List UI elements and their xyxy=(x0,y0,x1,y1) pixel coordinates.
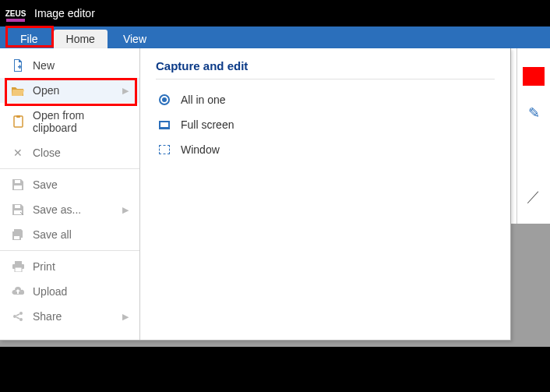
window-icon xyxy=(157,145,171,154)
panel-title: Capture and edit xyxy=(156,59,495,72)
menu-item-close[interactable]: ✕ Close xyxy=(0,140,139,165)
tab-file[interactable]: File xyxy=(8,30,51,48)
menu-item-label: Save all xyxy=(33,228,72,241)
eyedropper-icon[interactable]: ✎ xyxy=(528,104,540,122)
option-all-in-one[interactable]: All in one xyxy=(156,87,495,112)
svg-point-14 xyxy=(19,318,23,321)
save-as-icon xyxy=(11,204,25,215)
clipboard-icon xyxy=(11,115,25,128)
screen-icon xyxy=(157,121,171,129)
color-swatch-red[interactable] xyxy=(523,67,545,86)
menu-item-save-as[interactable]: Save as... ▶ xyxy=(0,197,139,222)
menu-item-new[interactable]: New xyxy=(0,53,139,78)
svg-point-12 xyxy=(19,312,23,315)
menu-item-save[interactable]: Save xyxy=(0,172,139,197)
svg-rect-1 xyxy=(19,65,21,69)
menu-item-label: Open xyxy=(33,84,59,97)
chevron-right-icon: ▶ xyxy=(122,205,129,215)
menu-item-label: New xyxy=(33,59,55,72)
upload-icon xyxy=(11,287,25,296)
letterbox-bottom xyxy=(0,347,550,392)
svg-rect-6 xyxy=(15,205,20,208)
menu-item-open-clipboard[interactable]: Open from clipboard xyxy=(0,103,139,140)
panel-separator xyxy=(156,79,495,79)
folder-open-icon xyxy=(11,86,25,96)
title-bar: ZEUS Image editor xyxy=(0,0,550,26)
menu-item-label: Close xyxy=(33,147,61,159)
svg-rect-9 xyxy=(15,261,22,264)
new-file-icon xyxy=(11,59,25,72)
option-full-screen[interactable]: Full screen xyxy=(156,112,495,137)
menu-item-label: Print xyxy=(33,260,55,273)
line-tool-icon[interactable]: ／ xyxy=(527,187,541,206)
menu-item-label: Save as... xyxy=(33,203,81,216)
chevron-right-icon: ▶ xyxy=(122,312,129,322)
save-all-icon xyxy=(11,229,25,241)
option-label: All in one xyxy=(181,94,226,106)
close-icon: ✕ xyxy=(11,147,25,159)
backstage-panel: New Open ▶ Open from clipboard ✕ Close xyxy=(0,48,511,341)
backstage-content: Capture and edit All in one Full screen … xyxy=(140,48,510,340)
menu-separator xyxy=(0,250,139,251)
svg-rect-3 xyxy=(16,115,20,118)
ribbon-tabs: File Home View xyxy=(0,26,550,48)
menu-item-label: Upload xyxy=(33,285,67,298)
save-icon xyxy=(11,179,25,190)
chevron-right-icon: ▶ xyxy=(122,86,129,96)
menu-item-save-all[interactable]: Save all xyxy=(0,222,139,247)
app-body: ✎ ／ New Open ▶ Open xyxy=(0,48,550,392)
menu-item-label: Open from clipboard xyxy=(33,109,118,134)
svg-rect-4 xyxy=(15,180,20,183)
option-label: Full screen xyxy=(181,118,234,131)
menu-item-label: Share xyxy=(33,310,62,323)
option-label: Window xyxy=(181,143,220,156)
svg-point-13 xyxy=(13,315,16,318)
print-icon xyxy=(11,261,25,272)
menu-item-share[interactable]: Share ▶ xyxy=(0,304,139,329)
radio-selected-icon xyxy=(157,94,171,105)
menu-item-open[interactable]: Open ▶ xyxy=(0,78,139,103)
right-toolbar: ✎ ／ xyxy=(517,48,550,224)
menu-item-upload[interactable]: Upload xyxy=(0,279,139,304)
app-logo: ZEUS xyxy=(5,6,26,20)
backstage-menu: New Open ▶ Open from clipboard ✕ Close xyxy=(0,48,140,340)
tab-view[interactable]: View xyxy=(111,30,159,48)
menu-item-label: Save xyxy=(33,178,58,191)
window-title: Image editor xyxy=(34,7,95,19)
svg-rect-8 xyxy=(14,236,19,239)
tab-home[interactable]: Home xyxy=(54,30,108,48)
svg-rect-5 xyxy=(14,185,22,189)
share-icon xyxy=(11,311,25,322)
svg-rect-11 xyxy=(15,267,22,272)
menu-separator xyxy=(0,168,139,169)
menu-item-print[interactable]: Print xyxy=(0,254,139,279)
svg-rect-2 xyxy=(14,116,23,127)
option-window[interactable]: Window xyxy=(156,137,495,162)
